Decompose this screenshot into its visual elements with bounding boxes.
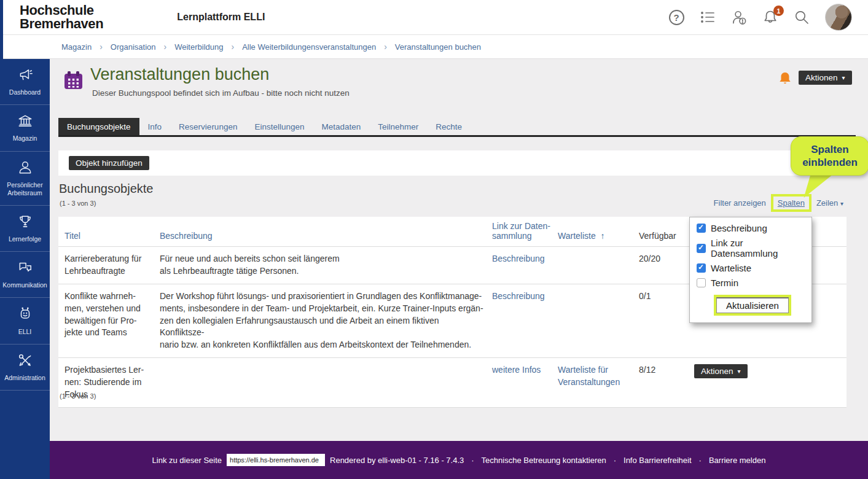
list-controls: Filter anzeigen Spalten Zeilen ▾ [714, 194, 843, 212]
filter-toggle-link[interactable]: Filter anzeigen [714, 198, 766, 208]
column-option-termin[interactable]: Termin [697, 278, 805, 288]
column-header-titel[interactable]: Titel [65, 231, 160, 246]
cell-datasheet-link[interactable]: Beschreibung [492, 247, 558, 284]
subscription-bell-icon[interactable] [778, 71, 792, 88]
sidebar-item-kommunikation[interactable]: Kommunikation [0, 252, 50, 298]
column-option-beschreibung[interactable]: Beschreibung [697, 223, 805, 233]
result-count-bottom: (1 - 3 von 3) [60, 392, 96, 400]
cell-description: Für neue und auch bereits schon seit län… [160, 247, 492, 284]
sidebar-item-administration[interactable]: Administration [0, 345, 50, 391]
sidebar-item-label: Magazin [13, 134, 37, 142]
cell-datasheet-link[interactable]: weitere Infos [492, 358, 558, 407]
cell-waitlist [558, 247, 639, 284]
footer-separator: · [469, 456, 476, 465]
sidebar-item-label: Dashboard [9, 88, 41, 96]
tab-einstellungen[interactable]: Einstellungen [246, 118, 313, 135]
footer: Link zu dieser Seite Rendered by elli-we… [50, 441, 868, 479]
sidebar-item-label: Kommunikation [2, 281, 47, 289]
user-status-icon[interactable] [731, 9, 747, 25]
breadcrumb-item-weiterbildung[interactable]: Weiterbildung [174, 42, 223, 52]
brand-left-stripe [0, 0, 3, 59]
cell-description: Der Workshop führt lösungs- und praxisor… [160, 284, 492, 357]
chevron-right-icon: › [231, 42, 234, 52]
column-header-beschreibung[interactable]: Beschreibung [160, 231, 492, 246]
breadcrumb: Magazin › Organisation › Weiterbildung ›… [0, 35, 868, 59]
list-menu-icon[interactable] [700, 9, 716, 25]
app-title: Lernplattform ELLI [177, 12, 265, 23]
cell-datasheet-link[interactable]: Beschreibung [492, 284, 558, 357]
notifications-bell-icon[interactable]: 1 [762, 9, 778, 25]
sidebar-item-label: Persönlicher Arbeitsraum [2, 181, 48, 197]
page-title: Veranstaltungen buchen [90, 65, 269, 84]
sidebar-item-elli[interactable]: ELLI [0, 298, 50, 344]
top-bar: Hochschule Bremerhaven Lernplattform ELL… [0, 0, 868, 35]
user-avatar[interactable] [825, 4, 852, 31]
university-logo[interactable]: Hochschule Bremerhaven [20, 4, 103, 30]
cell-title: Konflikte wahrneh- men, verstehen und be… [65, 284, 160, 357]
chevron-right-icon: › [384, 42, 387, 52]
elli-mascot-icon [17, 306, 33, 324]
add-object-button[interactable]: Objekt hinzufügen [69, 156, 149, 170]
update-button-highlight: Aktualisieren [714, 295, 791, 316]
cell-available: 20/20 [639, 247, 694, 284]
footer-link-support[interactable]: Technische Betreuung kontaktieren [482, 456, 606, 465]
administration-icon [17, 352, 33, 370]
sidebar-item-lernerfolge[interactable]: Lernerfolge [0, 206, 50, 252]
cell-description [160, 358, 492, 407]
breadcrumb-item-alle-weiterbildungen[interactable]: Alle Weiterbildungensveranstaltungen [242, 42, 376, 52]
footer-separator: · [697, 456, 704, 465]
breadcrumb-item-organisation[interactable]: Organisation [111, 42, 156, 52]
columns-dropdown: Beschreibung Link zur Datensammlung Wart… [689, 217, 812, 323]
tab-underline [58, 135, 856, 137]
footer-rendered-by: Rendered by elli-web-01 - 7.16 - 7.4.3 [330, 456, 464, 465]
checkbox[interactable] [697, 263, 706, 273]
footer-link-accessibility-info[interactable]: Info Barrierefreiheit [624, 456, 692, 465]
caret-down-icon: ▾ [738, 368, 741, 375]
update-columns-button[interactable]: Aktualisieren [716, 297, 789, 313]
footer-separator: · [611, 456, 619, 465]
checkbox[interactable] [697, 278, 706, 287]
checkbox[interactable] [697, 244, 706, 253]
tab-buchungsobjekte[interactable]: Buchungsobjekte [58, 118, 139, 135]
caret-down-icon: ▾ [840, 200, 843, 207]
column-header-warteliste[interactable]: Warteliste ↑ [558, 231, 639, 246]
achievements-icon [17, 214, 33, 232]
column-option-link-zur-datensammlung[interactable]: Link zur Datensammlung [697, 238, 805, 259]
chevron-right-icon: › [164, 42, 167, 52]
row-actions-button[interactable]: Aktionen ▾ [694, 364, 748, 378]
search-icon[interactable] [794, 9, 810, 25]
page-url-input[interactable] [227, 454, 325, 466]
main-content: Veranstaltungen buchen Dieser Buchungspo… [50, 59, 868, 441]
booking-pool-calendar-icon [63, 70, 84, 93]
column-header-link[interactable]: Link zur Daten- sammlung [492, 221, 558, 246]
cell-title: Karriereberatung für Lehrbeauftragte [65, 247, 160, 284]
column-option-warteliste[interactable]: Warteliste [697, 263, 805, 273]
logo-line-1: Hochschule [20, 4, 103, 17]
result-count-top: (1 - 3 von 3) [60, 200, 96, 207]
cell-available: 0/1 [639, 284, 694, 357]
sidebar-item-magazin[interactable]: Magazin [0, 105, 50, 151]
notification-badge: 1 [773, 6, 784, 16]
tab-metadaten[interactable]: Metadaten [313, 118, 369, 135]
cell-waitlist-link[interactable]: Warteliste für Veranstaltungen [558, 358, 639, 407]
columns-link[interactable]: Spalten [778, 198, 805, 208]
section-heading: Buchungsobjekte [59, 182, 153, 196]
sidebar-item-dashboard[interactable]: Dashboard [0, 59, 50, 105]
rows-link[interactable]: Zeilen ▾ [816, 198, 843, 208]
tab-reservierungen[interactable]: Reservierungen [170, 118, 246, 135]
sidebar-item-personal-workspace[interactable]: Persönlicher Arbeitsraum [0, 152, 50, 206]
table-row: Projektbasiertes Ler- nen: Studierende i… [58, 357, 846, 408]
tab-teilnehmer[interactable]: Teilnehmer [369, 118, 427, 135]
dashboard-icon [17, 67, 33, 85]
page-actions-button[interactable]: Aktionen ▾ [799, 71, 852, 85]
breadcrumb-item-veranstaltungen-buchen[interactable]: Veranstaltungen buchen [395, 42, 481, 52]
checkbox[interactable] [697, 224, 706, 233]
tab-rechte[interactable]: Rechte [427, 118, 471, 135]
caret-down-icon: ▾ [842, 75, 845, 81]
tab-info[interactable]: Info [139, 118, 171, 135]
help-icon[interactable]: ? [668, 9, 684, 25]
footer-link-report-barrier[interactable]: Barriere melden [709, 456, 766, 465]
cell-available: 8/12 [639, 358, 694, 407]
breadcrumb-item-magazin[interactable]: Magazin [61, 42, 92, 52]
logo-line-2: Bremerhaven [20, 17, 103, 31]
